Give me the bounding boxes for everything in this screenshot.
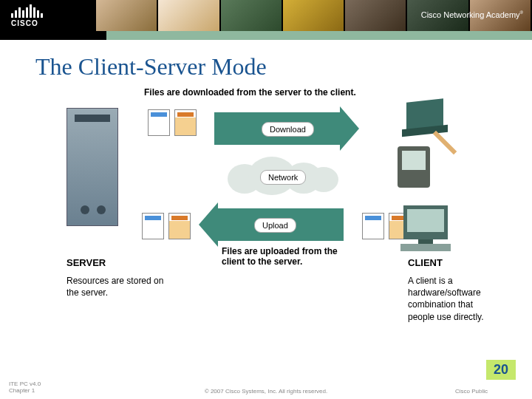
trademark-icon: ® xyxy=(520,10,523,15)
page-number: 20 xyxy=(486,360,516,380)
pda-icon xyxy=(398,146,430,188)
footer-classification: Cisco Public xyxy=(455,388,488,395)
client-description: A client is a hardware/software combinat… xyxy=(408,275,489,323)
upload-label: Upload xyxy=(254,218,296,233)
academy-brand: Cisco Networking Academy® xyxy=(421,10,523,19)
footer-copyright: © 2007 Cisco Systems, Inc. All rights re… xyxy=(0,388,532,395)
network-label: Network xyxy=(260,170,306,185)
server-heading: SERVER xyxy=(66,257,106,268)
download-caption: Files are downloaded from the server to … xyxy=(144,87,356,98)
cisco-logo-bars-icon xyxy=(11,4,43,18)
download-label: Download xyxy=(262,122,314,137)
phone-icon xyxy=(406,98,443,132)
files-server-icon xyxy=(142,213,191,239)
cisco-logo: CISCO xyxy=(11,4,43,27)
slide-header: CISCO Cisco Networking Academy® xyxy=(0,0,532,40)
keyboard-icon xyxy=(400,244,451,251)
upload-caption: Files are uploaded from the client to th… xyxy=(222,246,355,267)
server-icon xyxy=(66,108,118,226)
cisco-logo-text: CISCO xyxy=(11,19,43,27)
diagram-area: Files are downloaded from the server to … xyxy=(66,87,476,330)
academy-text: Cisco Networking Academy xyxy=(421,10,520,19)
header-accent-bar xyxy=(0,31,532,40)
server-description: Resources are stored on the server. xyxy=(66,275,177,299)
client-heading: CLIENT xyxy=(408,257,443,268)
footer-course: ITE PC v4.0 xyxy=(9,381,41,387)
files-download-icon xyxy=(148,109,197,136)
stylus-icon xyxy=(433,131,457,155)
slide-title: The Client-Server Mode xyxy=(35,53,532,81)
monitor-icon xyxy=(403,205,448,239)
